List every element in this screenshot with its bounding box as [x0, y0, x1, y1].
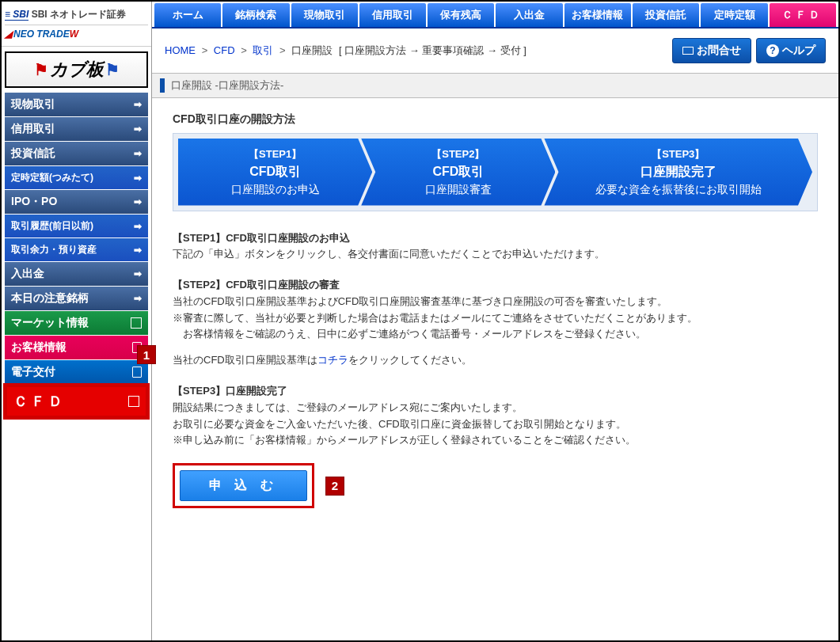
top-tab-8[interactable]: 定時定額: [701, 3, 767, 27]
sidebar-item-label: 投資信託: [11, 146, 55, 161]
breadcrumb-steps: [ 口座開設方法 → 重要事項確認 → 受付 ]: [339, 44, 526, 56]
arrow-icon: ➡: [134, 123, 142, 135]
sidebar-item-label: 入出金: [11, 267, 44, 281]
sidebar-item-9[interactable]: マーケット情報: [5, 311, 148, 335]
subbrand: NEO TRADE: [13, 28, 70, 40]
top-tabs: ホーム銘柄検索現物取引信用取引保有残高入出金お客様情報投資信託定時定額ＣＦＤ: [152, 2, 838, 28]
breadcrumb-home[interactable]: HOME: [165, 44, 196, 56]
top-tab-3[interactable]: 信用取引: [359, 3, 426, 27]
sidebar-item-label: 取引余力・預り資産: [11, 243, 97, 256]
sidebar-item-label: IPO・PO: [11, 195, 57, 209]
top-tab-1[interactable]: 銘柄検索: [222, 3, 289, 27]
step3-detail: 【STEP3】口座開設完了 開設結果につきましては、ご登録のメールアドレス宛にご…: [173, 383, 818, 449]
sidebar-item-label: 現物取引: [11, 97, 55, 112]
step2-detail: 【STEP2】CFD取引口座開設の審査 当社のCFD取引口座開設基準およびCFD…: [173, 277, 818, 369]
sidebar-item-10[interactable]: お客様情報1: [5, 336, 148, 359]
sidebar-item-2[interactable]: 投資信託➡: [5, 142, 148, 165]
steps-flow: 【STEP1】 CFD取引 口座開設のお申込 【STEP2】 CFD取引 口座開…: [173, 133, 818, 211]
sidebar-item-label: 本日の注意銘柄: [11, 291, 89, 306]
popup-icon: [128, 396, 139, 407]
kijun-link[interactable]: コチラ: [317, 354, 348, 366]
breadcrumb-torihiki[interactable]: 取引: [253, 44, 273, 56]
top-tab-6[interactable]: お客様情報: [564, 3, 631, 27]
main-heading: CFD取引口座の開設方法: [173, 112, 818, 127]
breadcrumb: HOME > CFD > 取引 > 口座開設 [ 口座開設方法 → 重要事項確認…: [165, 44, 526, 58]
sidebar-item-3[interactable]: 定時定額(つみたて)➡: [5, 166, 148, 189]
section-header: 口座開設 -口座開設方法-: [152, 73, 838, 98]
sidebar-item-label: 電子交付: [11, 365, 55, 379]
sidebar-item-12[interactable]: ＣＦＤ: [5, 385, 148, 418]
apply-button[interactable]: 申 込 む: [180, 470, 307, 501]
arrow-icon: ➡: [134, 173, 142, 184]
kabu-banner[interactable]: ⚑ カブ板 ⚑: [5, 51, 148, 88]
top-tab-7[interactable]: 投資信託: [633, 3, 699, 27]
step1-detail: 【STEP1】CFD取引口座開設のお申込 下記の「申込」ボタンをクリックし、各交…: [173, 230, 818, 264]
company-logo: ≡ SBI SBI ネオトレード証券 ◢NEO TRADEW: [2, 2, 151, 47]
sidebar-item-7[interactable]: 入出金➡: [5, 262, 148, 286]
breadcrumb-cfd[interactable]: CFD: [214, 44, 235, 56]
kabu-text: カブ板: [50, 58, 104, 82]
apply-highlight: 申 込 む: [173, 463, 314, 508]
step1-box: 【STEP1】 CFD取引 口座開設のお申込: [178, 139, 372, 206]
sidebar-item-0[interactable]: 現物取引➡: [5, 93, 148, 116]
marker-1: 1: [137, 345, 156, 364]
top-tab-0[interactable]: ホーム: [154, 3, 221, 27]
arrow-icon: ➡: [134, 196, 142, 207]
sidebar-item-4[interactable]: IPO・PO➡: [5, 190, 148, 214]
top-tab-2[interactable]: 現物取引: [291, 3, 358, 27]
sidebar-item-label: 定時定額(つみたて): [11, 171, 93, 184]
marker-2: 2: [325, 477, 344, 496]
arrow-icon: ➡: [134, 245, 142, 256]
sidebar-item-5[interactable]: 取引履歴(前日以前)➡: [5, 215, 148, 237]
help-button[interactable]: ? ヘルプ: [756, 38, 826, 63]
sidebar-item-label: 信用取引: [11, 122, 55, 136]
sidebar-item-8[interactable]: 本日の注意銘柄➡: [5, 287, 148, 310]
question-icon: ?: [766, 44, 779, 57]
popup-icon: [131, 317, 142, 329]
step2-box: 【STEP2】 CFD取引 口座開設審査: [361, 139, 555, 206]
mail-icon: [682, 47, 694, 55]
sidebar-item-1[interactable]: 信用取引➡: [5, 117, 148, 141]
top-tab-5[interactable]: 入出金: [496, 3, 562, 27]
arrow-icon: ➡: [134, 268, 142, 279]
sidebar-item-11[interactable]: 電子交付: [5, 360, 148, 384]
sidebar-item-label: お客様情報: [11, 340, 67, 355]
arrow-icon: ➡: [134, 99, 142, 110]
company-name: SBI ネオトレード証券: [32, 9, 126, 20]
arrow-icon: ➡: [134, 293, 142, 304]
contact-button[interactable]: お問合せ: [672, 38, 751, 63]
arrow-icon: ➡: [134, 221, 142, 232]
section-title: 口座開設 -口座開設方法-: [171, 78, 283, 93]
sidebar-item-label: 取引履歴(前日以前): [11, 219, 93, 233]
sidebar-item-label: ＣＦＤ: [13, 392, 66, 411]
breadcrumb-kouza: 口座開設: [291, 44, 333, 56]
sidebar-item-label: マーケット情報: [11, 316, 89, 330]
top-tab-4[interactable]: 保有残高: [428, 3, 494, 27]
step3-box: 【STEP3】 口座開設完了 必要な資金を振替後にお取引開始: [544, 139, 812, 206]
arrow-icon: ➡: [134, 148, 142, 159]
top-tab-9[interactable]: ＣＦＤ: [770, 3, 836, 27]
sidebar-item-6[interactable]: 取引余力・預り資産➡: [5, 238, 148, 261]
document-icon: [132, 367, 142, 378]
